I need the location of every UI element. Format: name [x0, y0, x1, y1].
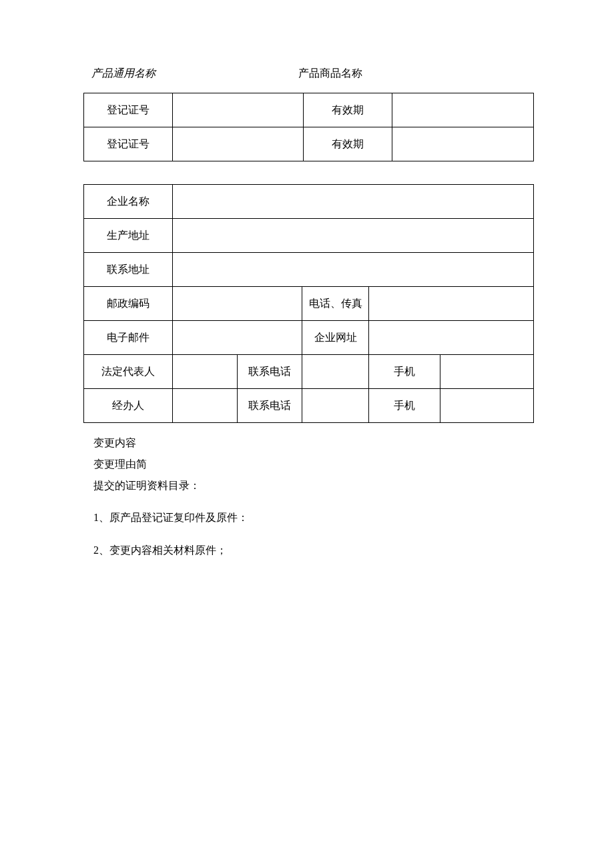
change-content-label: 变更内容: [93, 432, 534, 454]
table-row: 企业名称: [84, 185, 534, 219]
company-name-value: [173, 185, 534, 219]
material-item-2: 2、变更内容相关材料原件；: [93, 538, 534, 562]
handler-mobile-label: 手机: [369, 389, 440, 423]
legal-rep-label: 法定代表人: [84, 355, 173, 389]
registration-number-value: [173, 93, 304, 127]
contact-address-value: [173, 253, 534, 287]
table-row: 法定代表人 联系电话 手机: [84, 355, 534, 389]
handler-mobile-value: [440, 389, 534, 423]
company-name-label: 企业名称: [84, 185, 173, 219]
legal-mobile-value: [440, 355, 534, 389]
handler-value: [173, 389, 238, 423]
material-item-1: 1、原产品登记证复印件及原件：: [93, 506, 534, 529]
legal-phone-value: [302, 355, 369, 389]
header-row: 产品通用名称 产品商品名称: [83, 67, 534, 81]
company-info-table: 企业名称 生产地址 联系地址 邮政编码 电话、传真 电子邮件 企业网址 法定代表…: [83, 184, 534, 423]
table-row: 电子邮件 企业网址: [84, 321, 534, 355]
validity-value: [392, 93, 534, 127]
table-row: 邮政编码 电话、传真: [84, 287, 534, 321]
legal-phone-label: 联系电话: [238, 355, 302, 389]
phone-fax-value: [369, 287, 534, 321]
validity-label: 有效期: [304, 93, 392, 127]
registration-number-value: [173, 127, 304, 161]
handler-phone-value: [302, 389, 369, 423]
postal-code-value: [173, 287, 302, 321]
validity-value: [392, 127, 534, 161]
handler-label: 经办人: [84, 389, 173, 423]
table-row: 登记证号 有效期: [84, 93, 534, 127]
production-address-value: [173, 219, 534, 253]
contact-address-label: 联系地址: [84, 253, 173, 287]
validity-label: 有效期: [304, 127, 392, 161]
legal-rep-value: [173, 355, 238, 389]
materials-title: 提交的证明资料目录：: [93, 475, 534, 496]
registration-number-label: 登记证号: [84, 127, 173, 161]
table-row: 经办人 联系电话 手机: [84, 389, 534, 423]
email-label: 电子邮件: [84, 321, 173, 355]
website-value: [369, 321, 534, 355]
email-value: [173, 321, 302, 355]
phone-fax-label: 电话、传真: [302, 287, 369, 321]
text-section: 变更内容 变更理由简 提交的证明资料目录： 1、原产品登记证复印件及原件： 2、…: [83, 432, 534, 562]
website-label: 企业网址: [302, 321, 369, 355]
change-reason-label: 变更理由简: [93, 454, 534, 475]
table-row: 联系地址: [84, 253, 534, 287]
handler-phone-label: 联系电话: [238, 389, 302, 423]
legal-mobile-label: 手机: [369, 355, 440, 389]
registration-number-label: 登记证号: [84, 93, 173, 127]
registration-table: 登记证号 有效期 登记证号 有效期: [83, 93, 534, 161]
postal-code-label: 邮政编码: [84, 287, 173, 321]
generic-name-label: 产品通用名称: [91, 67, 298, 81]
table-row: 生产地址: [84, 219, 534, 253]
trade-name-label: 产品商品名称: [298, 67, 362, 81]
production-address-label: 生产地址: [84, 219, 173, 253]
table-row: 登记证号 有效期: [84, 127, 534, 161]
